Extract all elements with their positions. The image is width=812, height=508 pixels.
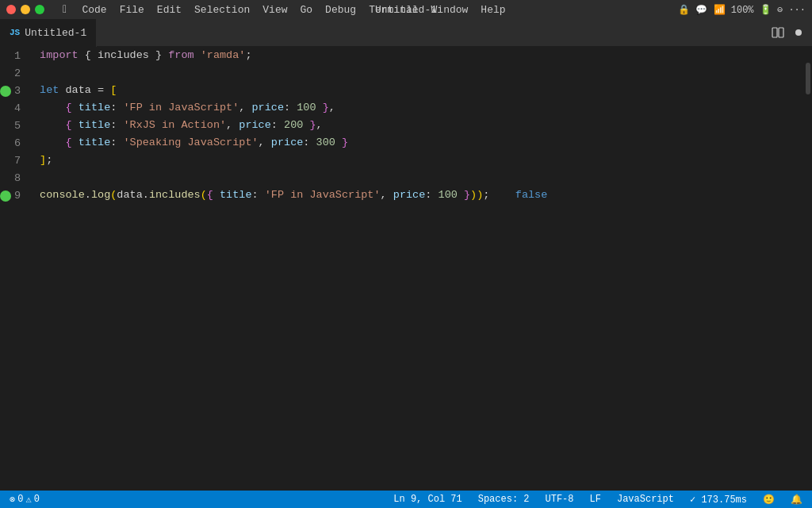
notification-icon[interactable]: 🔔: [787, 491, 806, 508]
tab-untitled1[interactable]: JS Untitled-1: [0, 19, 97, 47]
tab-label: Untitled-1: [25, 27, 86, 39]
no-breakpoint-2: [0, 68, 11, 79]
titlebar-right: 🔒 💬 📶 100% 🔋 ⊖ ···: [678, 4, 806, 16]
battery-status: 🔒 💬 📶 100% 🔋 ⊖ ···: [678, 4, 806, 16]
error-number: 0: [17, 494, 23, 505]
perf-indicator: ✓ 173.75ms: [687, 491, 750, 508]
apple-icon[interactable]: : [57, 2, 75, 17]
editor: 1 2 3 4 5 6 7: [0, 47, 812, 491]
code-line-9: console.log(data.includes({ title: 'FP i…: [40, 187, 804, 204]
scrollbar[interactable]: [804, 47, 812, 491]
warning-icon: ⚠: [25, 494, 31, 506]
line-num-3: 3: [14, 83, 33, 100]
menu-debug[interactable]: Debug: [320, 2, 362, 17]
svg-point-2: [795, 29, 802, 36]
minimize-button[interactable]: [21, 5, 30, 14]
line-ending-setting[interactable]: LF: [587, 491, 604, 508]
gutter-line-5: 5: [0, 117, 33, 135]
breakpoint-9: [0, 190, 11, 202]
no-breakpoint-7: [0, 156, 11, 167]
maximize-button[interactable]: [35, 5, 44, 14]
no-breakpoint-1: [0, 51, 11, 62]
line-num-1: 1: [14, 48, 33, 65]
code-line-8: [40, 169, 804, 187]
tab-js-icon: JS: [10, 28, 20, 37]
line-num-7: 7: [14, 152, 33, 170]
line-num-4: 4: [14, 100, 33, 117]
no-breakpoint-4: [0, 103, 11, 114]
error-icon: ⊗: [10, 494, 15, 506]
language-setting[interactable]: JavaScript: [614, 491, 677, 508]
gutter-line-2: 2: [0, 65, 33, 83]
gutter-line-3: 3: [0, 83, 33, 100]
statusbar: ⊗ 0 ⚠ 0 Ln 9, Col 71 Spaces: 2 UTF-8 LF …: [0, 491, 812, 508]
menu-edit[interactable]: Edit: [151, 2, 187, 17]
encoding-setting[interactable]: UTF-8: [542, 491, 577, 508]
line-num-2: 2: [14, 65, 33, 83]
cursor-position[interactable]: Ln 9, Col 71: [390, 491, 465, 508]
gutter-line-1: 1: [0, 48, 33, 65]
breakpoint-3: [0, 86, 11, 97]
no-breakpoint-8: [0, 173, 11, 184]
tabbar-right: [771, 25, 812, 40]
tabbar: JS Untitled-1: [0, 19, 812, 47]
menu-view[interactable]: View: [257, 2, 293, 17]
line-num-9: 9: [14, 187, 33, 205]
svg-rect-0: [772, 28, 777, 37]
no-breakpoint-5: [0, 121, 11, 132]
code-line-5: { title: 'RxJS in Action', price: 200 },: [40, 117, 804, 134]
titlebar:  Code File Edit Selection View Go Debug…: [0, 0, 812, 19]
result-false: false: [503, 187, 548, 204]
gutter-line-9: 9: [0, 187, 33, 205]
scrollbar-thumb: [806, 63, 810, 94]
code-line-3: let data = [: [40, 82, 804, 99]
close-button[interactable]: [6, 5, 16, 14]
no-breakpoint-6: [0, 138, 11, 149]
window-title: Untitled-1: [375, 4, 437, 16]
line-num-6: 6: [14, 135, 33, 152]
gutter-line-8: 8: [0, 170, 33, 187]
code-line-7: ];: [40, 152, 804, 169]
code-line-2: [40, 64, 804, 82]
gutter-line-7: 7: [0, 152, 33, 170]
line-num-8: 8: [14, 170, 33, 187]
kw-import: import: [40, 47, 79, 64]
warning-number: 0: [34, 494, 40, 505]
split-editor-icon[interactable]: [771, 25, 785, 40]
svg-rect-1: [779, 28, 783, 37]
bell-icon: 🔔: [791, 494, 802, 506]
code-line-6: { title: 'Speaking JavaScript', price: 3…: [40, 134, 804, 152]
menu-go[interactable]: Go: [295, 2, 319, 17]
traffic-lights: [6, 5, 44, 14]
dot-indicator: [791, 25, 806, 40]
gutter: 1 2 3 4 5 6 7: [0, 47, 33, 491]
gutter-line-4: 4: [0, 100, 33, 117]
smiley-icon[interactable]: 🙂: [760, 491, 778, 508]
line-num-5: 5: [14, 117, 33, 135]
menu-file[interactable]: File: [114, 2, 150, 17]
spaces-setting[interactable]: Spaces: 2: [475, 491, 533, 508]
menu-code[interactable]: Code: [76, 2, 112, 17]
menu-help[interactable]: Help: [475, 2, 511, 17]
statusbar-left: ⊗ 0 ⚠ 0: [6, 491, 43, 508]
gutter-line-6: 6: [0, 135, 33, 152]
code-line-1: import { includes } from 'ramda';: [40, 47, 804, 64]
menu-bar:  Code File Edit Selection View Go Debug…: [57, 2, 511, 17]
code-area[interactable]: import { includes } from 'ramda'; let da…: [33, 47, 804, 491]
error-count[interactable]: ⊗ 0 ⚠ 0: [6, 491, 43, 508]
code-line-4: { title: 'FP in JavaScript', price: 100 …: [40, 99, 804, 117]
menu-selection[interactable]: Selection: [189, 2, 255, 17]
statusbar-right: Ln 9, Col 71 Spaces: 2 UTF-8 LF JavaScri…: [390, 491, 806, 508]
